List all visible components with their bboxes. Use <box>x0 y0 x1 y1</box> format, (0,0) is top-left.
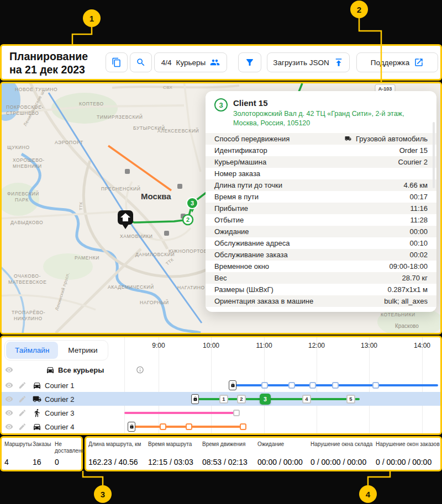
map-label: МНЕВНИКИ <box>13 163 42 169</box>
stat-value: 0 / 00:00 / 00:00 <box>376 458 440 466</box>
stop-marker[interactable] <box>233 410 240 416</box>
popup-row-label: Ориентация заказа в машине <box>214 297 313 305</box>
filter-button[interactable] <box>238 52 261 72</box>
map-label: НИКУЛИНО <box>14 316 43 321</box>
stop-marker[interactable] <box>332 382 339 389</box>
map[interactable]: НОВОЕ ТУШИНОПОКРОВСКОЕ-СТРЕШНЕВОКОПТЕВОТ… <box>0 82 442 335</box>
popup-scrollbar[interactable] <box>433 122 435 188</box>
stop-marker[interactable]: 5 <box>346 395 355 404</box>
map-label: ФИЛЕВСКИЙ <box>7 190 39 197</box>
stop-marker[interactable] <box>288 382 295 389</box>
support-button[interactable]: Поддержка <box>356 52 438 72</box>
stat-cell: Ожидание00:00 / 00:00 <box>257 441 303 466</box>
map-label: ТИМИРЯЗЕВСКИЙ <box>97 114 143 120</box>
stop-marker[interactable] <box>186 423 192 430</box>
visibility-eye-icon[interactable] <box>5 408 13 417</box>
popup-row-label: Курьер/машина <box>214 158 266 166</box>
svg-text:2: 2 <box>186 216 190 223</box>
stat-label: Время маршрута <box>148 441 193 448</box>
stop-marker[interactable]: 2 <box>237 395 246 404</box>
stop-marker[interactable] <box>240 423 246 430</box>
visibility-eye-icon[interactable] <box>5 381 13 389</box>
search-button[interactable] <box>130 52 152 72</box>
popup-title: Client 15 <box>233 98 428 108</box>
timeline-row-courier-4[interactable]: Courier 4 <box>2 420 440 433</box>
stop-marker[interactable] <box>261 382 268 389</box>
depot-marker[interactable] <box>229 380 236 390</box>
duplicate-plan-button[interactable] <box>106 52 128 72</box>
stop-marker[interactable]: 1 <box>219 395 228 404</box>
upload-json-label: Загрузить JSON <box>273 59 329 67</box>
car-icon <box>33 381 41 390</box>
map-label: ХОРОШЕВО- <box>13 157 45 163</box>
popup-address: Золоторожский Вал д. 42 ТЦ «Гранд Сити»,… <box>233 109 428 128</box>
map-label: НАГАТИНО <box>177 285 205 290</box>
popup-row: Обслуживание адреса00:10 <box>206 237 436 249</box>
stop-number-badge: 3 <box>214 98 228 112</box>
popup-row-value: Order 15 <box>399 146 428 155</box>
map-label: АКАДЕМИЧЕСКИЙ <box>108 284 154 290</box>
map-label: ТРОПАРЁВО- <box>12 310 45 315</box>
popup-row-label: Время в пути <box>214 193 259 201</box>
stat-value: 162.23 / 40.56 <box>88 458 141 466</box>
courier-name: Все курьеры <box>58 366 104 374</box>
map-stop-marker-2[interactable]: 2 <box>183 215 193 225</box>
upload-json-button[interactable]: Загрузить JSON <box>267 52 350 72</box>
stat-cell: Не доставлено0 <box>55 441 82 466</box>
stat-label: Длина маршрута, км <box>88 441 141 448</box>
truck-icon <box>344 135 352 142</box>
info-icon[interactable] <box>136 366 144 374</box>
popup-row-label: Способ передвижения <box>214 135 290 143</box>
svg-text:3: 3 <box>191 200 194 206</box>
map-label: СВХ <box>163 85 173 90</box>
visibility-eye-icon[interactable] <box>5 422 13 431</box>
couriers-button[interactable]: 4/4 Курьеры <box>154 52 227 72</box>
popup-row: Вес28.70 кг <box>206 272 436 284</box>
tab-metrics[interactable]: Метрики <box>59 342 106 359</box>
popup-row: Временное окно09:00-18:00 <box>206 261 436 272</box>
depot-marker[interactable] <box>128 422 135 432</box>
edit-pencil-icon[interactable] <box>18 422 27 431</box>
popup-row: Номер заказа <box>206 168 436 179</box>
edit-pencil-icon[interactable] <box>18 395 27 403</box>
stat-value: 0 <box>55 458 82 466</box>
edit-pencil-icon[interactable] <box>18 408 27 417</box>
map-label: ПРЕСНЕНСКИЙ <box>101 185 140 192</box>
title-line2: на 21 дек 2023 <box>9 63 88 77</box>
map-label: ЩУКИНО <box>7 145 30 150</box>
route-bar[interactable] <box>124 412 236 414</box>
page-title: Планирование на 21 дек 2023 <box>9 50 88 77</box>
tab-timeline[interactable]: Таймлайн <box>6 342 58 359</box>
timeline-row-courier-1[interactable]: Courier 1 <box>2 378 440 392</box>
stop-marker[interactable] <box>160 423 166 430</box>
stop-marker-active[interactable]: 3 <box>260 394 271 405</box>
popup-row: Прибытие11:16 <box>206 203 436 214</box>
map-label: КОТЕЛЬНИКИ <box>381 312 415 317</box>
visibility-eye-icon[interactable] <box>5 395 13 403</box>
timeline-row-all-couriers[interactable]: Все курьеры <box>2 362 440 378</box>
popup-row-label: Номер заказа <box>214 169 260 178</box>
timeline-row-courier-2[interactable]: Courier 212345 <box>2 392 440 406</box>
stat-value: 16 <box>33 458 51 466</box>
popup-row-value: 0.287x1x1 м <box>387 285 428 294</box>
edit-pencil-icon[interactable] <box>18 381 27 389</box>
visibility-eye-icon[interactable] <box>5 366 13 374</box>
map-label: ПАРК <box>15 197 29 203</box>
popup-row: ИдентификаторOrder 15 <box>206 145 436 156</box>
map-label: РАМЕНКИ <box>75 255 99 261</box>
stop-marker[interactable] <box>309 382 316 389</box>
popup-row-value: 11:28 <box>410 216 428 224</box>
stat-label: Время движения <box>202 441 248 448</box>
couriers-label: Курьеры <box>176 59 206 67</box>
timeline-row-courier-3[interactable]: Courier 3 <box>2 406 440 420</box>
popup-row-value: 00:00 <box>409 227 428 236</box>
stat-cell: Длина маршрута, км162.23 / 40.56 <box>88 441 141 466</box>
depot-marker[interactable] <box>191 394 199 404</box>
car-icon <box>46 365 55 374</box>
car-icon <box>33 422 41 431</box>
stat-value: 12:15 / 03:03 <box>148 458 193 466</box>
stop-marker[interactable]: 4 <box>302 395 311 404</box>
stop-marker[interactable] <box>372 382 379 389</box>
map-label: НОВОЕ ТУШИНО <box>15 87 57 92</box>
map-label: Красково <box>395 323 419 329</box>
